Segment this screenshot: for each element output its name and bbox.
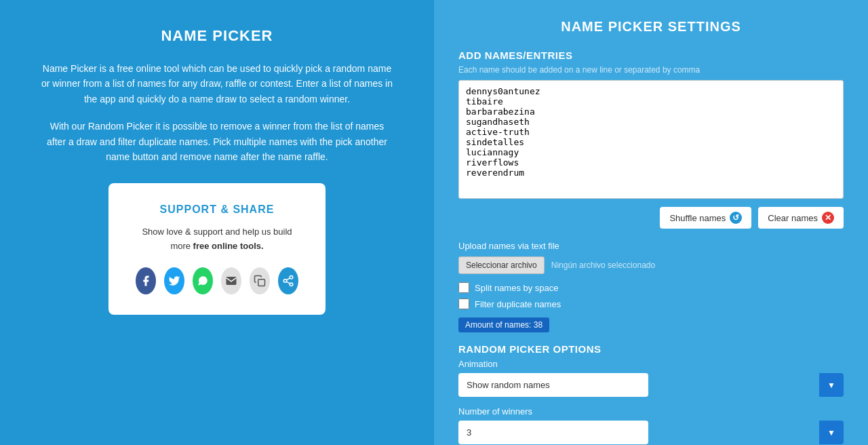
animation-select-wrapper: Show random names No animation Slow anim…: [458, 373, 844, 397]
upload-section: Upload names via text file Seleccionar a…: [458, 241, 844, 274]
file-row: Seleccionar archivo Ningún archivo selec…: [458, 256, 844, 274]
svg-point-1: [290, 275, 293, 279]
no-file-text: Ningún archivo seleccionado: [551, 260, 655, 270]
names-textarea[interactable]: dennys0antunez tibaire barbarabezina sug…: [458, 80, 844, 199]
support-title: SUPPORT & SHARE: [136, 204, 298, 216]
description-2: With our Random Picker it is possible to…: [41, 119, 393, 164]
share-icon[interactable]: [278, 267, 298, 294]
split-names-label[interactable]: Split names by space: [475, 283, 559, 293]
winners-select-wrapper: 1 2 3 4 5 10: [458, 421, 844, 444]
left-panel: NAME PICKER Name Picker is a free online…: [0, 0, 434, 445]
free-tools-link[interactable]: free online tools.: [193, 241, 264, 251]
page-title: NAME PICKER: [161, 27, 273, 45]
clear-names-button[interactable]: Clear names ✕: [758, 207, 844, 229]
svg-point-3: [290, 283, 293, 286]
shuffle-names-button[interactable]: Shuffle names ↺: [660, 207, 751, 229]
random-options-title: RANDOM PICKER OPTIONS: [458, 343, 844, 355]
animation-label: Animation: [458, 359, 844, 369]
support-card: SUPPORT & SHARE Show love & support and …: [108, 183, 326, 315]
add-names-subtitle: Each name should be added on a new line …: [458, 65, 844, 75]
split-names-checkbox[interactable]: [458, 282, 469, 293]
amount-badge: Amount of names: 38: [458, 317, 549, 332]
shuffle-icon: ↺: [730, 212, 742, 224]
facebook-icon[interactable]: [136, 267, 156, 294]
winners-label: Number of winners: [458, 406, 844, 417]
twitter-icon[interactable]: [164, 267, 184, 294]
animation-select-arrow: [819, 373, 844, 397]
upload-label: Upload names via text file: [458, 241, 844, 251]
support-text: Show love & support and help us build mo…: [136, 225, 298, 254]
settings-title: NAME PICKER SETTINGS: [458, 19, 844, 35]
svg-line-5: [286, 278, 290, 280]
clear-icon: ✕: [822, 212, 834, 224]
buttons-row: Shuffle names ↺ Clear names ✕: [458, 207, 844, 229]
social-icons-row: [136, 267, 298, 294]
file-select-button[interactable]: Seleccionar archivo: [458, 256, 545, 274]
filter-names-checkbox[interactable]: [458, 298, 469, 309]
winners-select-arrow: [819, 421, 844, 444]
copy-icon[interactable]: [250, 267, 270, 294]
email-icon[interactable]: [221, 267, 241, 294]
svg-rect-0: [258, 279, 265, 286]
add-names-title: ADD NAMES/ENTRIES: [458, 50, 844, 61]
svg-line-4: [286, 282, 290, 284]
split-names-row: Split names by space: [458, 282, 844, 293]
whatsapp-icon[interactable]: [193, 267, 213, 294]
filter-names-row: Filter duplicate names: [458, 298, 844, 309]
winners-select[interactable]: 1 2 3 4 5 10: [458, 421, 648, 444]
animation-select[interactable]: Show random names No animation Slow anim…: [458, 373, 648, 397]
filter-names-label[interactable]: Filter duplicate names: [475, 299, 561, 309]
right-panel: NAME PICKER SETTINGS ADD NAMES/ENTRIES E…: [434, 0, 868, 445]
description-1: Name Picker is a free online tool which …: [41, 61, 393, 107]
svg-point-2: [283, 279, 287, 283]
